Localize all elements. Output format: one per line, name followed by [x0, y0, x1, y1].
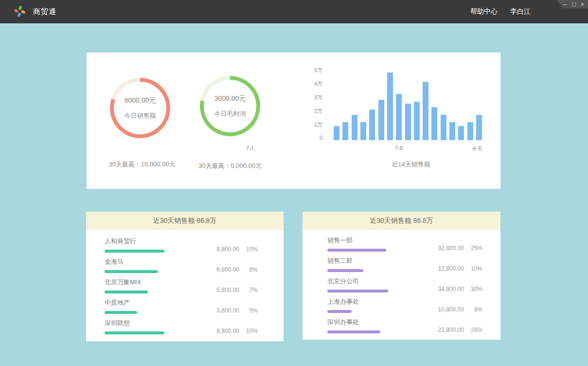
customer-row: 人和商贸行 8,800.00 10% [105, 237, 258, 253]
department-name: 上海办事处 [327, 297, 425, 306]
departments-card-title: 近30天销售额 86.8万 [303, 212, 500, 230]
customer-progress-bar [105, 291, 148, 293]
daily-sales-bar [342, 122, 348, 140]
customer-name: 中原地产 [105, 298, 200, 307]
customer-row: 金海马 6,800.00 8% [105, 257, 258, 273]
today-profit-donut: 3000.00元 今日毛利润 [200, 76, 260, 136]
customer-percent: 10% [239, 246, 258, 253]
department-name: 销售二部 [327, 256, 425, 265]
customer-name: 深圳联想 [105, 319, 200, 328]
customer-amount: 5,800.00 [216, 287, 239, 293]
customer-amount: 3,800.00 [216, 307, 239, 314]
departments-sales-card: 近30天销售额 86.8万 销售一部 32,800.00 25% 销售二部 12… [303, 212, 500, 340]
customer-amount: 8,800.00 [216, 328, 239, 334]
user-name-link[interactable]: 李白江 [510, 7, 531, 16]
daily-sales-bar [476, 115, 482, 140]
titlebar: 商贸通 帮助中心 李白江 — □ × [0, 0, 588, 23]
sales-30day-max-label: 30天最高：10,000.00元 [108, 160, 175, 169]
customer-percent: 7% [239, 287, 258, 293]
customer-progress-bar [105, 311, 137, 314]
customer-name: 金海马 [105, 257, 200, 266]
customer-value: 8,800.00 10% [200, 328, 258, 334]
maximize-icon[interactable]: □ [571, 2, 576, 7]
bar-chart-caption: 近14天销售额 [392, 160, 430, 169]
daily-sales-bar [360, 122, 366, 140]
daily-sales-bar [449, 122, 455, 140]
department-amount: 34,800.00 [438, 286, 464, 293]
customer-name: 北京万象MIX [105, 278, 200, 287]
customer-row: 深圳联想 8,800.00 10% [105, 319, 258, 334]
y-tick: 3万 [314, 94, 322, 101]
x-tick-mid-day: 7-8 [395, 145, 403, 151]
daily-sales-bar [441, 115, 446, 140]
today-sales-donut: 8000.00元 今日销售额 [110, 78, 170, 138]
y-tick: 2万 [314, 108, 322, 115]
department-progress-bar [327, 310, 352, 313]
daily-sales-bar [352, 115, 357, 140]
minimize-icon[interactable]: — [562, 2, 567, 7]
department-value: 34,800.00 30% [425, 286, 482, 293]
today-sales-label: 今日销售额 [125, 111, 156, 120]
customer-value: 8,800.00 10% [200, 246, 258, 253]
today-sales-donut-center: 8000.00元 今日销售额 [110, 78, 170, 138]
department-row: 北京分公司 34,800.00 30% [327, 277, 482, 293]
department-row: 上海办事处 10,800.00 9% [327, 297, 482, 313]
customers-rows: 人和商贸行 8,800.00 10% 金海马 6,800.00 8% 北京万象M… [86, 230, 284, 334]
daily-sales-bar [405, 104, 411, 140]
daily-sales-bar [396, 94, 402, 140]
department-progress-bar [327, 249, 386, 252]
customer-value: 3,800.00 5% [200, 307, 258, 314]
close-icon[interactable]: × [581, 2, 585, 7]
department-amount: 10,800.00 [438, 306, 464, 313]
x-tick-today: 今天 [472, 145, 482, 152]
department-percent: 30% [464, 286, 482, 293]
department-value: 32,800.00 25% [425, 245, 482, 252]
y-tick: 1万 [314, 121, 322, 128]
department-progress-bar [327, 269, 363, 272]
customer-row: 北京万象MIX 5,800.00 7% [105, 278, 258, 293]
department-percent: 9% [464, 306, 482, 313]
department-progress-bar [327, 290, 388, 293]
customers-card-title: 近30天销售额 86.8万 [86, 212, 284, 230]
department-percent: 10% [464, 265, 482, 272]
y-tick: 4万 [314, 80, 322, 88]
customer-name: 人和商贸行 [105, 237, 200, 246]
profit-30day-max-label: 30天最高：5,000.00元 [198, 162, 262, 170]
today-profit-value: 3000.00元 [214, 94, 246, 103]
daily-sales-bar [423, 82, 428, 140]
department-value: 12,800.00 10% [425, 265, 482, 272]
help-center-link[interactable]: 帮助中心 [470, 7, 498, 16]
department-name: 深圳办事处 [327, 318, 425, 327]
daily-sales-bar [431, 107, 437, 140]
departments-rows: 销售一部 32,800.00 25% 销售二部 12,800.00 10% 北京… [303, 230, 500, 333]
customer-amount: 6,800.00 [216, 266, 239, 273]
department-percent: 25% [464, 245, 482, 252]
x-tick-first-day: 7-1 [246, 145, 254, 151]
customer-percent: 10% [239, 328, 258, 334]
sales-14day-bar-chart [334, 72, 482, 140]
bar-chart-y-axis: 5万 4万 3万 2万 1万 0 [291, 67, 322, 141]
app-title: 商贸通 [33, 0, 56, 23]
daily-sales-bar [369, 110, 375, 140]
daily-sales-bar [414, 102, 420, 140]
daily-sales-bar [458, 126, 464, 140]
window-controls: — □ × [557, 0, 588, 8]
department-name: 北京分公司 [327, 277, 425, 286]
today-sales-value: 8000.00元 [125, 96, 156, 105]
overview-card: 8000.00元 今日销售额 30天最高：10,000.00元 3000.00元… [87, 53, 500, 189]
department-value: 23,800.00 26% [425, 327, 482, 333]
customer-value: 5,800.00 7% [200, 287, 258, 293]
department-progress-bar [327, 330, 380, 333]
department-row: 销售二部 12,800.00 10% [327, 256, 482, 272]
customer-progress-bar [105, 331, 164, 334]
app-logo-pinwheel-icon [13, 5, 26, 18]
department-amount: 23,800.00 [438, 327, 464, 333]
customer-amount: 8,800.00 [216, 246, 239, 253]
titlebar-menu: 帮助中心 李白江 [470, 0, 531, 23]
y-tick: 5万 [314, 67, 322, 74]
customer-progress-bar [105, 270, 158, 273]
customer-percent: 8% [239, 266, 258, 273]
app-window: { "titlebar": { "app_title": "商贸通", "hel… [0, 0, 588, 366]
daily-sales-bar [334, 126, 339, 140]
department-row: 销售一部 32,800.00 25% [327, 236, 482, 252]
